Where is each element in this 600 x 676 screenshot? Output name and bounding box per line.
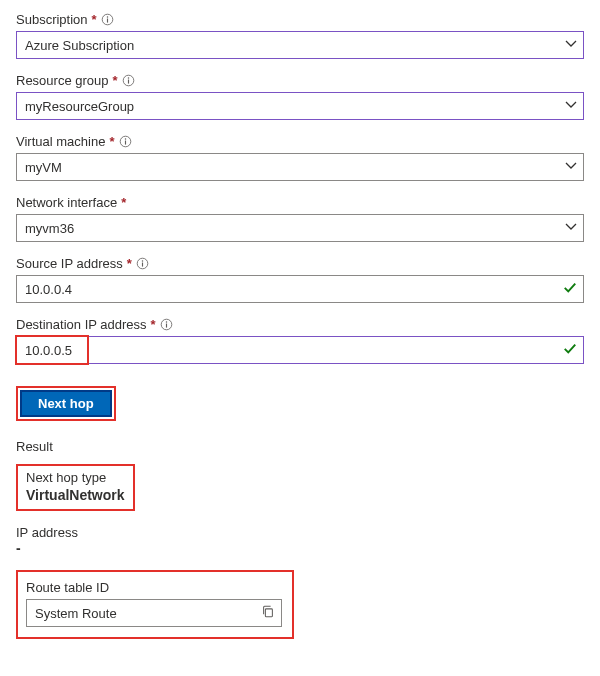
virtual-machine-select[interactable]: myVM (16, 153, 584, 181)
virtual-machine-field: Virtual machine * myVM (16, 134, 584, 181)
info-icon[interactable] (118, 135, 132, 149)
network-interface-label: Network interface (16, 195, 117, 210)
svg-point-7 (125, 138, 126, 139)
svg-rect-14 (166, 324, 167, 328)
virtual-machine-label-row: Virtual machine * (16, 134, 584, 149)
resource-group-field: Resource group * myResourceGroup (16, 73, 584, 120)
required-asterisk: * (151, 317, 156, 332)
next-hop-type-label: Next hop type (26, 470, 125, 485)
subscription-label-row: Subscription * (16, 12, 584, 27)
destination-ip-input[interactable]: 10.0.0.5 (16, 336, 584, 364)
required-asterisk: * (127, 256, 132, 271)
check-icon (563, 281, 577, 298)
destination-ip-label-row: Destination IP address * (16, 317, 584, 332)
ip-address-section: IP address - (16, 525, 584, 556)
subscription-label: Subscription (16, 12, 88, 27)
subscription-value: Azure Subscription (25, 38, 134, 53)
source-ip-label: Source IP address (16, 256, 123, 271)
svg-point-4 (128, 77, 129, 78)
virtual-machine-label: Virtual machine (16, 134, 105, 149)
next-hop-type-highlight: Next hop type VirtualNetwork (16, 464, 135, 511)
required-asterisk: * (121, 195, 126, 210)
destination-ip-value: 10.0.0.5 (25, 343, 72, 358)
resource-group-label: Resource group (16, 73, 109, 88)
destination-ip-label: Destination IP address (16, 317, 147, 332)
route-table-field[interactable]: System Route (26, 599, 282, 627)
ip-address-label: IP address (16, 525, 584, 540)
svg-rect-8 (125, 141, 126, 145)
next-hop-highlight: Next hop (16, 386, 116, 421)
network-interface-value: myvm36 (25, 221, 74, 236)
result-heading: Result (16, 439, 584, 454)
required-asterisk: * (109, 134, 114, 149)
destination-ip-field: Destination IP address * 10.0.0.5 (16, 317, 584, 364)
svg-point-13 (166, 321, 167, 322)
info-icon[interactable] (136, 257, 150, 271)
chevron-down-icon (565, 38, 577, 53)
chevron-down-icon (565, 99, 577, 114)
resource-group-label-row: Resource group * (16, 73, 584, 88)
svg-rect-5 (128, 80, 129, 84)
ip-address-value: - (16, 540, 584, 556)
next-hop-button[interactable]: Next hop (20, 390, 112, 417)
source-ip-field: Source IP address * 10.0.0.4 (16, 256, 584, 303)
info-icon[interactable] (122, 74, 136, 88)
info-icon[interactable] (160, 318, 174, 332)
required-asterisk: * (113, 73, 118, 88)
info-icon[interactable] (101, 13, 115, 27)
check-icon (563, 342, 577, 359)
network-interface-field: Network interface * myvm36 (16, 195, 584, 242)
source-ip-value: 10.0.0.4 (25, 282, 72, 297)
network-interface-label-row: Network interface * (16, 195, 584, 210)
resource-group-value: myResourceGroup (25, 99, 134, 114)
subscription-select[interactable]: Azure Subscription (16, 31, 584, 59)
route-table-value: System Route (35, 606, 117, 621)
svg-rect-15 (265, 609, 272, 617)
svg-point-1 (107, 16, 108, 17)
next-hop-type-value: VirtualNetwork (26, 487, 125, 503)
subscription-field: Subscription * Azure Subscription (16, 12, 584, 59)
required-asterisk: * (92, 12, 97, 27)
source-ip-input[interactable]: 10.0.0.4 (16, 275, 584, 303)
svg-rect-11 (142, 263, 143, 267)
chevron-down-icon (565, 221, 577, 236)
source-ip-label-row: Source IP address * (16, 256, 584, 271)
network-interface-select[interactable]: myvm36 (16, 214, 584, 242)
route-table-label: Route table ID (26, 580, 282, 595)
virtual-machine-value: myVM (25, 160, 62, 175)
resource-group-select[interactable]: myResourceGroup (16, 92, 584, 120)
svg-rect-2 (107, 19, 108, 23)
chevron-down-icon (565, 160, 577, 175)
route-table-highlight: Route table ID System Route (16, 570, 294, 639)
svg-point-10 (142, 260, 143, 261)
copy-icon[interactable] (261, 605, 275, 622)
